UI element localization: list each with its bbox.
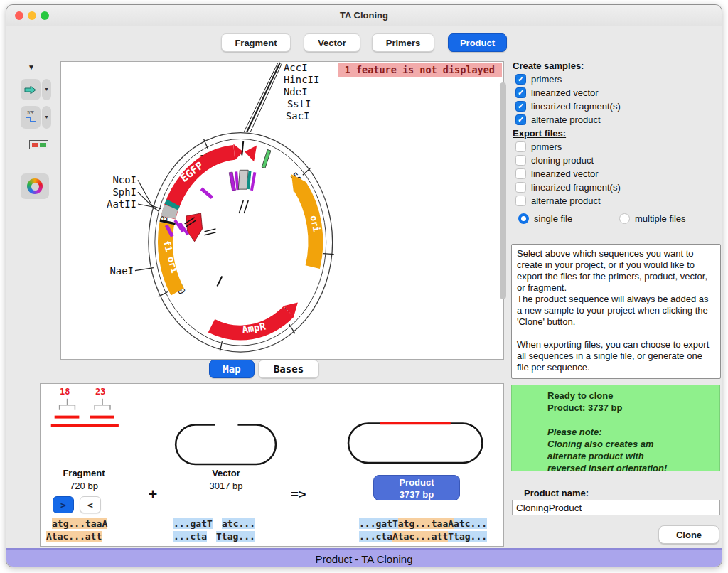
sequence-tool-dropdown[interactable]: ▾: [42, 106, 51, 129]
export-tool-button[interactable]: [21, 79, 41, 100]
view-toggle-map[interactable]: Map: [209, 360, 255, 378]
tab-vector[interactable]: Vector: [304, 33, 360, 52]
checkbox-label: linearized fragment(s): [531, 101, 621, 112]
plasmid-ring-icon: [27, 178, 43, 194]
assembly-canvas: 18 23 Fragment 720 bp > < atg...taaA Ata…: [40, 383, 504, 547]
checkbox-create-linearized-vector[interactable]: ✓ linearized vector: [513, 86, 720, 100]
forward-arrow-icon: >: [60, 500, 66, 510]
tab-bar: Fragment Vector Primers Product: [6, 27, 722, 58]
help-paragraph: When exporting files, you can choose to …: [517, 339, 715, 373]
vector-sequence-left: ...cta: [173, 530, 207, 543]
plus-sign: +: [149, 485, 157, 502]
checkbox: [515, 141, 526, 152]
product-name-label: Product name:: [524, 488, 589, 498]
fragment-reverse-button[interactable]: <: [80, 496, 101, 513]
tab-label: Primers: [386, 38, 420, 48]
radio-label: single file: [534, 213, 572, 224]
checkbox-export-linearized-vector[interactable]: linearized vector: [513, 167, 720, 181]
ready-status-text: Ready to clone Product: 3737 bp: [547, 390, 714, 414]
svg-text:SacI: SacI: [286, 110, 310, 122]
checkbox-label: primers: [531, 141, 562, 152]
primer-size-reverse: 23: [95, 387, 105, 397]
tab-label: Fragment: [235, 38, 277, 48]
checkbox: [515, 196, 526, 206]
product-badge-size: 3737 bp: [374, 488, 459, 500]
product-badge-title: Product: [374, 476, 459, 488]
radio-button: [518, 213, 529, 224]
view-toggle-label: Bases: [274, 363, 304, 375]
help-text-box: Select above which sequences you want to…: [511, 244, 721, 379]
checkbox-create-alternate-product[interactable]: ✓ alternate product: [513, 113, 720, 127]
fragment-glyph: [51, 416, 119, 427]
chevron-down-icon: ▾: [45, 114, 48, 120]
checkbox: ✓: [515, 101, 526, 112]
plasmid-map-canvas[interactable]: 500 1000 1500 2000 2500 3000 3500: [60, 61, 504, 360]
checkbox-label: cloning product: [531, 155, 594, 166]
checkmark-icon: ✓: [518, 116, 524, 124]
fragment-forward-button[interactable]: >: [53, 496, 74, 513]
product-badge: Product 3737 bp: [373, 475, 460, 500]
radio-single-file[interactable]: single file: [518, 213, 619, 224]
svg-text:HincII: HincII: [284, 74, 319, 85]
tab-product[interactable]: Product: [448, 33, 507, 52]
clone-note-text: Please note: Cloning also creates am alt…: [547, 426, 714, 474]
checkbox-create-linearized-fragments[interactable]: ✓ linearized fragment(s): [513, 100, 720, 113]
checkbox-label: linearized vector: [531, 87, 599, 98]
vector-title: Vector: [191, 468, 262, 478]
checkbox-label: primers: [531, 74, 562, 85]
checkbox-export-alternate-product[interactable]: alternate product: [513, 194, 720, 208]
svg-text:NcoI: NcoI: [112, 174, 136, 186]
view-toggle-bases[interactable]: Bases: [258, 360, 319, 378]
sequence-path-icon: [24, 115, 37, 124]
radio-multiple-files[interactable]: multiple files: [619, 213, 686, 224]
fragment-pair-icon[interactable]: [29, 140, 48, 149]
primer-size-forward: 18: [60, 387, 70, 397]
window-title: TA Cloning: [6, 10, 722, 21]
radio-label: multiple files: [635, 213, 686, 224]
svg-text:AccI: AccI: [284, 62, 308, 73]
help-paragraph: Select above which sequences you want to…: [517, 248, 715, 294]
back-arrow-icon: <: [87, 500, 93, 510]
checkbox-create-primers[interactable]: ✓ primers: [513, 73, 720, 86]
tab-label: Product: [460, 38, 495, 48]
plasmid-map-button[interactable]: [21, 173, 49, 199]
tab-primers[interactable]: Primers: [372, 33, 434, 52]
checkmark-icon: ✓: [518, 75, 524, 83]
status-bar: Product - TA Cloning: [6, 548, 722, 567]
checkmark-icon: ✓: [518, 89, 524, 97]
tab-fragment[interactable]: Fragment: [221, 33, 291, 52]
checkbox: ✓: [515, 114, 526, 125]
help-paragraph: The product sequence will always be adde…: [517, 294, 715, 328]
product-glyph: [348, 424, 482, 464]
checkbox-export-cloning-product[interactable]: cloning product: [513, 154, 720, 167]
title-bar: TA Cloning: [6, 5, 722, 26]
toolbar-collapse-icon[interactable]: ▼: [28, 63, 35, 71]
checkbox-label: alternate product: [531, 196, 601, 206]
status-bar-text: Product - TA Cloning: [315, 553, 412, 565]
vector-sequence-right: Ttag...: [216, 530, 255, 543]
svg-text:NaeI: NaeI: [109, 265, 134, 277]
checkmark-icon: ✓: [518, 102, 524, 110]
enzyme-labels: AccI HincII NdeI SstI SacI NcoI SphI Aat…: [107, 62, 319, 277]
sequence-tool-button[interactable]: 5'3': [21, 106, 41, 129]
tab-label: Vector: [318, 38, 346, 48]
clone-button[interactable]: Clone: [658, 525, 719, 544]
vector-sequence-left: ...gatT: [173, 518, 213, 530]
product-name-input[interactable]: [512, 500, 720, 515]
map-scrollbar[interactable]: [500, 82, 506, 299]
checkbox-export-linearized-fragments[interactable]: linearized fragment(s): [513, 181, 720, 194]
checkbox: [515, 155, 526, 166]
export-tool-dropdown[interactable]: ▾: [42, 79, 51, 100]
checkbox: [515, 182, 526, 193]
fragment-sequence: Atac...att: [46, 530, 102, 543]
clone-button-label: Clone: [676, 530, 702, 540]
svg-text:SphI: SphI: [112, 186, 136, 198]
checkbox-export-primers[interactable]: primers: [513, 140, 720, 154]
app-window: TA Cloning Fragment Vector Primers Produ…: [6, 4, 722, 567]
svg-text:AatII: AatII: [107, 198, 136, 210]
vector-size: 3017 bp: [191, 481, 262, 491]
product-sequence: ...ctaAtac...attTtag...: [359, 530, 487, 543]
checkbox: ✓: [515, 74, 526, 85]
fragment-size: 720 bp: [48, 481, 119, 491]
checkbox-label: linearized fragment(s): [531, 182, 621, 193]
